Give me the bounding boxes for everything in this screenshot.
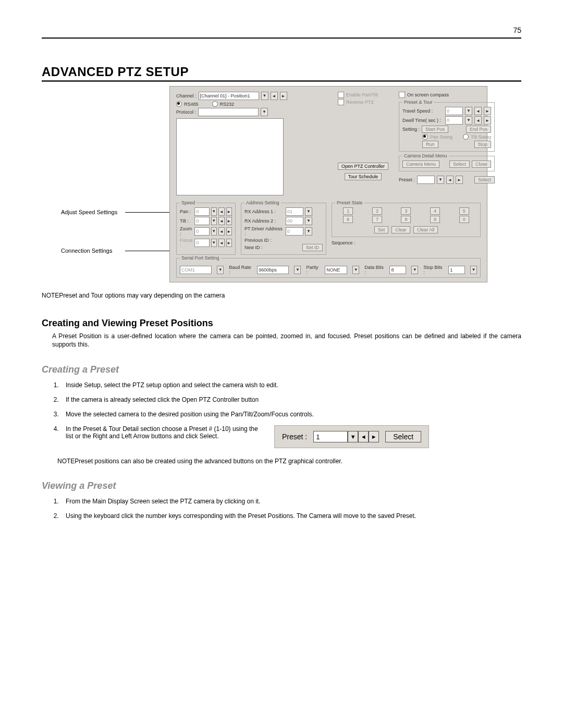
baud-select[interactable]: 9600bps xyxy=(257,266,289,274)
rx1-label: RX Address 1 : xyxy=(244,209,284,214)
endpos-button[interactable]: End Pos xyxy=(466,126,491,133)
protocol-select[interactable] xyxy=(198,108,259,116)
dropdown-icon[interactable]: ▼ xyxy=(211,227,217,236)
stop-button[interactable]: Stop xyxy=(474,141,492,148)
databits-select[interactable]: 8 xyxy=(389,266,406,274)
preset-8[interactable]: 8 xyxy=(401,216,411,223)
travel-value[interactable]: 0 xyxy=(445,107,463,115)
parity-select[interactable]: NONE xyxy=(325,266,347,274)
viewing-steps: From the Main Display Screen select the … xyxy=(60,498,521,520)
enable-checkbox[interactable] xyxy=(338,92,344,98)
focus-value[interactable]: 0 xyxy=(194,239,209,247)
dropdown-icon[interactable]: ▼ xyxy=(348,431,358,442)
dropdown-icon[interactable]: ▼ xyxy=(305,227,312,236)
view-step-1: From the Main Display Screen select the … xyxy=(60,498,521,505)
com-select[interactable]: COM1 xyxy=(180,266,212,274)
preset-2[interactable]: 2 xyxy=(372,207,382,215)
databits-label: Data Bits : xyxy=(364,265,384,275)
camera-select-button[interactable]: Select xyxy=(449,161,470,168)
speed-caption: Speed xyxy=(180,200,197,205)
arrow-left-icon[interactable]: ◄ xyxy=(474,116,482,125)
preset-9[interactable]: 9 xyxy=(430,216,440,223)
dropdown-icon[interactable]: ▼ xyxy=(437,176,444,184)
dropdown-icon[interactable]: ▼ xyxy=(465,107,472,115)
clearall-button[interactable]: Clear All xyxy=(413,226,438,233)
tilt-label: Tilt : xyxy=(180,218,193,224)
preset-5[interactable]: 5 xyxy=(459,207,469,215)
callout-connection: Connection Settings xyxy=(61,248,112,254)
dropdown-icon[interactable]: ▼ xyxy=(217,266,224,274)
step-4-text: In the Preset & Tour Detail section choo… xyxy=(66,425,264,440)
preset-3[interactable]: 3 xyxy=(401,207,411,215)
tiltswing-radio[interactable] xyxy=(463,134,469,140)
arrow-right-icon[interactable]: ► xyxy=(226,207,232,216)
arrow-right-icon[interactable]: ► xyxy=(226,239,232,247)
pan-label: Pan : xyxy=(180,209,193,214)
preset-7[interactable]: 7 xyxy=(372,216,382,223)
dropdown-icon[interactable]: ▼ xyxy=(470,266,477,274)
mini-select-button[interactable]: Select xyxy=(385,431,421,442)
arrow-left-icon[interactable]: ◄ xyxy=(358,431,369,442)
clear-button[interactable]: Clear xyxy=(391,226,410,233)
stopbits-select[interactable]: 1 xyxy=(448,266,465,274)
startpos-button[interactable]: Start Pos xyxy=(422,126,448,133)
arrow-left-icon[interactable]: ◄ xyxy=(218,239,225,247)
dropdown-icon[interactable]: ▼ xyxy=(411,266,418,274)
arrow-left-icon[interactable]: ◄ xyxy=(218,227,225,236)
arrow-right-icon[interactable]: ► xyxy=(226,227,232,236)
arrow-right-icon[interactable]: ► xyxy=(369,431,379,442)
address-frame: Address Setting RX Address 1 :01▼ RX Add… xyxy=(241,203,326,255)
arrow-right-icon[interactable]: ► xyxy=(226,217,232,225)
rs232-radio[interactable] xyxy=(212,101,218,107)
camera-close-button[interactable]: Close xyxy=(472,161,491,168)
dropdown-icon[interactable]: ▼ xyxy=(465,116,472,125)
dropdown-icon[interactable]: ▼ xyxy=(211,207,217,216)
mini-preset-value[interactable]: 1 xyxy=(313,431,348,442)
tilt-value[interactable]: 0 xyxy=(194,217,209,225)
baud-label: Baud Rate : xyxy=(229,265,252,275)
setid-button[interactable]: Set ID xyxy=(302,244,323,251)
arrow-right-icon[interactable]: ► xyxy=(280,92,287,100)
arrow-left-icon[interactable]: ◄ xyxy=(218,207,225,216)
preset-select[interactable] xyxy=(417,176,435,184)
arrow-left-icon[interactable]: ◄ xyxy=(446,176,454,184)
arrow-right-icon[interactable]: ► xyxy=(484,107,491,115)
panswing-radio[interactable] xyxy=(422,134,428,140)
dropdown-icon[interactable]: ▼ xyxy=(305,217,312,225)
set-button[interactable]: Set xyxy=(374,226,389,233)
arrow-right-icon[interactable]: ► xyxy=(484,116,491,125)
preset-0[interactable]: 0 xyxy=(459,216,469,223)
creating-steps: Inside Setup, select the PTZ setup optio… xyxy=(60,381,521,448)
zoom-value[interactable]: 0 xyxy=(194,227,209,236)
run-button[interactable]: Run xyxy=(422,141,438,148)
reverse-checkbox[interactable] xyxy=(338,99,344,105)
sequence-label: Sequence : xyxy=(332,240,356,245)
dwell-value[interactable]: 0 xyxy=(445,116,463,125)
rs485-radio[interactable] xyxy=(176,101,182,107)
arrow-right-icon[interactable]: ► xyxy=(456,176,463,184)
preset-1[interactable]: 1 xyxy=(343,207,353,215)
preset-4[interactable]: 4 xyxy=(430,207,440,215)
channel-select[interactable]: [Channel 01] - Position1 xyxy=(199,92,259,100)
dropdown-icon[interactable]: ▼ xyxy=(211,239,217,247)
rx2-value[interactable]: 00 xyxy=(286,217,303,225)
dropdown-icon[interactable]: ▼ xyxy=(294,266,301,274)
compass-checkbox[interactable] xyxy=(399,92,405,98)
dropdown-icon[interactable]: ▼ xyxy=(211,217,217,225)
preset-6[interactable]: 6 xyxy=(343,216,353,223)
dropdown-icon[interactable]: ▼ xyxy=(305,207,312,216)
arrow-left-icon[interactable]: ◄ xyxy=(271,92,278,100)
pt-value[interactable]: 0 xyxy=(286,227,303,236)
open-ptz-button[interactable]: Open PTZ Controller xyxy=(338,163,388,170)
camera-menu-button[interactable]: Camera Menu xyxy=(402,161,439,168)
tour-schedule-button[interactable]: Tour Schedule xyxy=(345,173,382,180)
panswing-label: Pan Swing xyxy=(430,134,452,140)
dropdown-icon[interactable]: ▼ xyxy=(261,108,268,116)
arrow-left-icon[interactable]: ◄ xyxy=(474,107,482,115)
rx1-value[interactable]: 01 xyxy=(286,207,303,216)
dropdown-icon[interactable]: ▼ xyxy=(352,266,359,274)
dropdown-icon[interactable]: ▼ xyxy=(261,92,268,100)
preset-select-button[interactable]: Select xyxy=(474,176,495,183)
arrow-left-icon[interactable]: ◄ xyxy=(218,217,225,225)
pan-value[interactable]: 0 xyxy=(194,207,209,216)
